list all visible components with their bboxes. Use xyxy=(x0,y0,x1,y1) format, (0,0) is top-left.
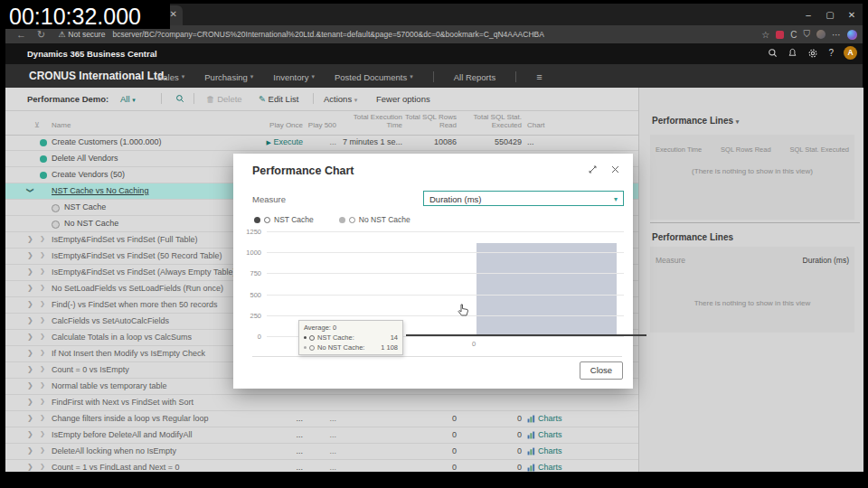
expand-chevron-icon[interactable]: ❯ xyxy=(27,430,33,438)
row-name[interactable]: NST Cache vs No Caching xyxy=(52,186,148,195)
legend-nst-cache[interactable]: NST Cache xyxy=(254,215,314,224)
row-name[interactable]: IsEmpty&FindSet vs FindSet (50 Record Ta… xyxy=(52,251,222,260)
cell-chart[interactable]: Charts xyxy=(527,446,562,455)
view-filter-dropdown[interactable]: All ▾ xyxy=(120,94,136,104)
row-name[interactable]: Count = 0 vs IsEmpty xyxy=(52,365,129,374)
col-chart[interactable]: Chart xyxy=(527,121,545,129)
factbox-panel1-title[interactable]: Performance Lines ▾ xyxy=(652,116,739,126)
row-name[interactable]: Change filters inside a loop vs Regular … xyxy=(52,414,209,423)
cell-play-500[interactable]: ... xyxy=(329,414,336,423)
edit-list-button[interactable]: ✎ Edit List xyxy=(259,94,298,104)
expand-chevron-icon[interactable]: ❯ xyxy=(27,463,33,471)
cell-play-500[interactable]: ... xyxy=(329,430,336,439)
factbox-panel2-title[interactable]: Performance Lines xyxy=(652,232,733,242)
chart-bar-no-nst-cache[interactable] xyxy=(476,243,617,336)
nav-item-posted-documents[interactable]: Posted Documents▾ xyxy=(335,71,413,82)
extension-icon[interactable] xyxy=(776,31,784,39)
nav-item-sales[interactable]: Sales▾ xyxy=(157,71,184,82)
row-name[interactable]: IsEmpty before DeleteAll and ModifyAll xyxy=(52,430,193,439)
security-indicator[interactable]: ⚠ Not secure xyxy=(58,30,105,39)
tab-close-icon[interactable]: ✕ xyxy=(170,9,177,20)
table-row[interactable]: ❯ ❯ DeleteAll locking when no IsEmpty ▶.… xyxy=(5,444,638,460)
expand-chevron-icon[interactable]: ❯ xyxy=(27,284,33,292)
row-name[interactable]: Calculate Totals in a loop vs CalcSums xyxy=(52,333,192,342)
row-name[interactable]: No NST Cache xyxy=(64,219,118,228)
expand-chevron-icon[interactable]: ❯ xyxy=(27,333,33,341)
delete-button[interactable]: 🗑 Delete xyxy=(206,94,242,104)
row-name[interactable]: If Not Insert then Modify vs IsEmpty Che… xyxy=(52,349,205,358)
col-play-once[interactable]: Play Once xyxy=(269,121,303,129)
close-button[interactable]: Close xyxy=(580,361,623,380)
cell-play-once[interactable]: ▶ Execute xyxy=(267,137,303,146)
window-maximize-icon[interactable]: ▢ xyxy=(819,10,841,20)
cell-play-500[interactable]: ... xyxy=(329,137,336,146)
expand-chevron-icon[interactable]: ❯ xyxy=(27,414,33,422)
settings-gear-icon[interactable] xyxy=(807,48,818,59)
row-name[interactable]: Create Vendors (50) xyxy=(52,170,125,179)
fewer-options-button[interactable]: Fewer options xyxy=(376,94,430,104)
cell-play-500[interactable]: ... xyxy=(329,446,336,455)
expand-chevron-icon[interactable]: ❯ xyxy=(27,300,33,308)
cell-play-once[interactable]: ▶... xyxy=(296,430,303,439)
actions-menu[interactable]: Actions ▾ xyxy=(324,94,357,104)
table-row[interactable]: ❯ ❯ Create Customers (1.000.000) ▶ Execu… xyxy=(5,135,638,151)
notifications-icon[interactable] xyxy=(788,48,797,58)
expand-chevron-icon[interactable]: ❯ xyxy=(27,381,33,389)
expand-chevron-icon[interactable]: ❯ xyxy=(27,446,33,455)
nav-item-inventory[interactable]: Inventory▾ xyxy=(273,71,315,82)
cell-play-once[interactable]: ▶... xyxy=(296,414,303,423)
search-icon[interactable] xyxy=(768,48,778,58)
row-name[interactable]: No SetLoadFields vs SetLoadFields (Run o… xyxy=(52,284,223,293)
favorite-star-icon[interactable]: ☆ xyxy=(761,30,769,40)
measure-dropdown[interactable]: Duration (ms) ▾ xyxy=(423,191,624,206)
select-column-icon[interactable]: ⊻ xyxy=(34,121,40,129)
cell-chart[interactable]: ... xyxy=(527,137,534,146)
refresh-icon[interactable]: ↻ xyxy=(37,29,45,41)
expand-chevron-icon[interactable]: ❯ xyxy=(27,235,33,243)
copilot-icon[interactable] xyxy=(847,30,857,40)
help-icon[interactable]: ? xyxy=(828,48,834,58)
company-name[interactable]: CRONUS International Ltd. xyxy=(29,70,167,82)
expand-chevron-icon[interactable]: ❯ xyxy=(27,251,33,259)
window-close-icon[interactable]: ✕ xyxy=(841,10,863,20)
back-icon[interactable]: ← xyxy=(16,29,26,40)
expand-chevron-icon[interactable]: ❯ xyxy=(27,365,33,373)
search-icon[interactable] xyxy=(175,94,184,103)
cell-chart[interactable]: Charts xyxy=(527,463,562,472)
cell-chart[interactable]: Charts xyxy=(527,430,562,439)
col-total-execution-time[interactable]: Total Execution Time xyxy=(344,113,402,129)
collections-icon[interactable]: ⛉ xyxy=(804,29,811,40)
col-total-sql-stat-executed[interactable]: Total SQL Stat. Executed xyxy=(469,113,522,129)
cell-chart[interactable]: Charts xyxy=(527,414,562,423)
dialog-close-icon[interactable] xyxy=(610,164,620,174)
col-total-sql-rows-read[interactable]: Total SQL Rows Read xyxy=(404,113,457,129)
cell-play-500[interactable]: ... xyxy=(329,463,336,472)
nav-item-all-reports[interactable]: All Reports xyxy=(454,71,495,82)
expand-chevron-icon[interactable]: ❯ xyxy=(27,398,33,406)
expand-chevron-icon[interactable]: ❯ xyxy=(27,316,33,324)
row-name[interactable]: IsEmpty&FindSet vs FindSet (Full Table) xyxy=(52,235,197,244)
col-play-500[interactable]: Play 500 xyxy=(308,121,336,129)
row-name[interactable]: CalcFields vs SetAutoCalcFields xyxy=(52,316,169,325)
expand-chevron-icon[interactable]: ❯ xyxy=(27,349,33,357)
row-name[interactable]: NST Cache xyxy=(64,202,106,211)
table-row[interactable]: ❯ ❯ IsEmpty before DeleteAll and ModifyA… xyxy=(5,427,638,444)
table-row[interactable]: ❯ ❯ FindFirst with Next vs FindSet with … xyxy=(5,395,638,411)
expand-chevron-icon[interactable]: ❯ xyxy=(26,187,34,193)
row-name[interactable]: Delete All Vendors xyxy=(52,154,118,163)
row-name[interactable]: DeleteAll locking when no IsEmpty xyxy=(52,446,176,455)
dialog-expand-icon[interactable] xyxy=(588,164,598,174)
hamburger-menu-icon[interactable]: ≡ xyxy=(536,71,542,82)
more-options-icon[interactable]: ⋯ xyxy=(832,30,841,40)
url-text[interactable]: bcserver/BC/?company=CRONUS%20Internatio… xyxy=(112,30,543,39)
row-name[interactable]: Find(-) vs FindSet when more then 50 rec… xyxy=(52,300,218,309)
expand-chevron-icon[interactable]: ❯ xyxy=(27,267,33,276)
row-name[interactable]: IsEmpty&FindSet vs FindSet (Always Empty… xyxy=(52,267,235,277)
window-minimize-icon[interactable]: – xyxy=(797,10,819,20)
clock-extension-icon[interactable]: C xyxy=(790,30,797,40)
cell-play-once[interactable]: ▶... xyxy=(296,446,303,455)
row-name[interactable]: FindFirst with Next vs FindSet with Sort xyxy=(52,398,193,407)
table-row[interactable]: ❯ ❯ Change filters inside a loop vs Regu… xyxy=(5,411,638,427)
row-name[interactable]: Count = 1 vs FindLast and Next = 0 xyxy=(52,463,180,472)
cell-play-once[interactable]: ▶... xyxy=(296,463,303,472)
